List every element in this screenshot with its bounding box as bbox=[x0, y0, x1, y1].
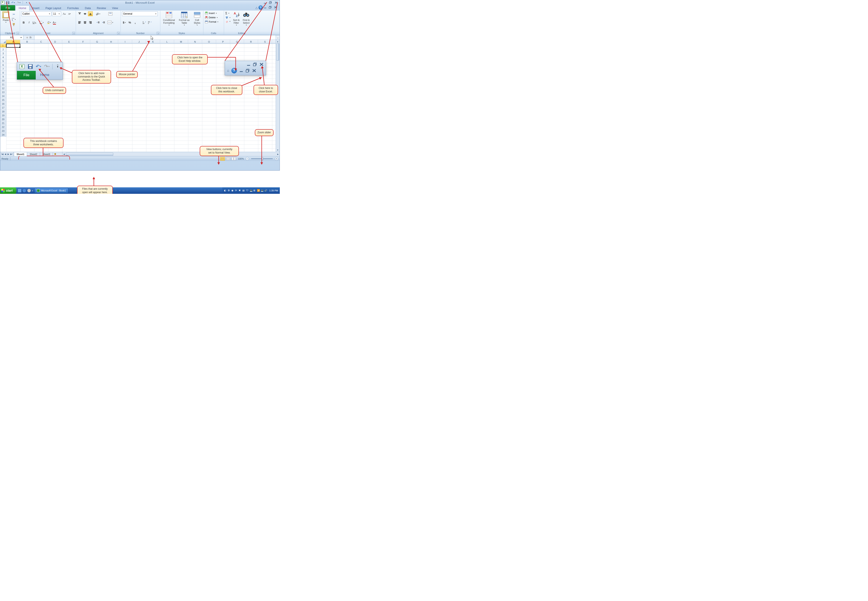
column-header[interactable]: A bbox=[6, 40, 20, 44]
delete-icon bbox=[205, 16, 208, 19]
quicklaunch-item[interactable] bbox=[18, 189, 21, 192]
svg-rect-59 bbox=[166, 16, 172, 17]
increase-decimal-button[interactable]: .0.00 bbox=[142, 20, 146, 25]
fx-icon[interactable]: fx bbox=[29, 36, 31, 39]
delete-cells-button[interactable]: Delete▼ bbox=[205, 16, 219, 19]
column-header[interactable]: B bbox=[20, 40, 34, 44]
row-header[interactable]: 24 bbox=[0, 133, 6, 137]
row-header[interactable]: 13 bbox=[0, 90, 6, 94]
sheet-nav-next-button[interactable]: ▶ bbox=[7, 153, 10, 155]
row-header[interactable]: 5 bbox=[0, 59, 6, 63]
row-header[interactable]: 10 bbox=[0, 79, 6, 82]
name-box[interactable]: A1▼ bbox=[0, 35, 23, 40]
column-header[interactable]: G bbox=[90, 40, 104, 44]
sheet-tab-1[interactable]: Sheet1 bbox=[14, 153, 27, 156]
system-tray[interactable]: ◐⚙◉⟳✖▤🛡💻⊞📶💻🔊 1:39 PM bbox=[222, 187, 280, 194]
format-cells-button[interactable]: Format▼ bbox=[205, 20, 219, 23]
excel-icon bbox=[37, 189, 40, 192]
row-header[interactable]: 7 bbox=[0, 67, 6, 71]
sheet-nav-last-button[interactable]: ▶I bbox=[10, 153, 13, 155]
column-header[interactable]: I bbox=[118, 40, 132, 44]
accounting-format-button[interactable]: $▼ bbox=[122, 20, 127, 25]
row-header[interactable]: 22 bbox=[0, 125, 6, 129]
active-cell[interactable] bbox=[6, 44, 20, 47]
svg-rect-40 bbox=[98, 23, 99, 23]
callout-close-excel: Click here to close Excel. bbox=[254, 85, 278, 95]
taskbar-app-button[interactable]: Microsoft Excel - Book1 bbox=[34, 188, 69, 193]
row-header[interactable]: 18 bbox=[0, 110, 6, 113]
select-all-button[interactable] bbox=[0, 40, 6, 44]
svg-line-112 bbox=[262, 66, 264, 85]
wrap-text-button[interactable] bbox=[107, 11, 114, 16]
quicklaunch-item[interactable] bbox=[27, 189, 31, 192]
quicklaunch-item[interactable] bbox=[22, 189, 26, 192]
column-header[interactable]: P bbox=[216, 40, 230, 44]
svg-rect-57 bbox=[169, 12, 172, 14]
column-header[interactable]: C bbox=[34, 40, 48, 44]
dialog-launcher-icon[interactable]: ↘ bbox=[117, 32, 120, 34]
row-header[interactable]: 20 bbox=[0, 117, 6, 121]
formula-bar: A1▼ ●fx ⌄ bbox=[0, 35, 280, 40]
taskbar-clock[interactable]: 1:39 PM bbox=[268, 189, 278, 192]
svg-rect-67 bbox=[194, 15, 200, 17]
svg-rect-43 bbox=[103, 22, 105, 23]
conditional-formatting-button[interactable]: Conditional Formatting▼ bbox=[162, 11, 176, 27]
number-group-label: Number bbox=[136, 32, 145, 34]
svg-marker-113 bbox=[261, 66, 263, 69]
comma-button[interactable]: , bbox=[133, 20, 137, 25]
row-header[interactable]: 14 bbox=[0, 94, 6, 98]
row-header[interactable]: 3 bbox=[0, 52, 6, 55]
row-header[interactable]: 9 bbox=[0, 75, 6, 79]
svg-marker-51 bbox=[145, 21, 146, 22]
column-header[interactable]: H bbox=[104, 40, 118, 44]
decrease-indent-button[interactable] bbox=[96, 20, 101, 25]
svg-rect-56 bbox=[166, 12, 169, 14]
svg-rect-93 bbox=[29, 65, 32, 66]
dialog-launcher-icon[interactable]: ↘ bbox=[157, 32, 159, 34]
tab-review[interactable]: Review bbox=[94, 6, 109, 11]
row-header[interactable]: 15 bbox=[0, 98, 6, 102]
sheet-nav-first-button[interactable]: I◀ bbox=[1, 153, 4, 155]
row-header[interactable]: 4 bbox=[0, 55, 6, 59]
callout-view-buttons: View buttons; currently set to Normal Vi… bbox=[200, 146, 239, 156]
column-header[interactable]: R bbox=[244, 40, 258, 44]
decrease-decimal-button[interactable]: .00.0 bbox=[147, 20, 152, 25]
row-header[interactable]: 16 bbox=[0, 102, 6, 106]
increase-indent-button[interactable] bbox=[101, 20, 106, 25]
row-header[interactable]: 21 bbox=[0, 121, 6, 125]
cell-styles-button[interactable]: Cell Styles▼ bbox=[193, 11, 201, 27]
expand-formula-bar-button[interactable]: ⌄ bbox=[276, 35, 280, 40]
tab-view[interactable]: View bbox=[109, 6, 121, 11]
column-header[interactable]: O bbox=[202, 40, 216, 44]
row-header[interactable]: 23 bbox=[0, 129, 6, 133]
inset-file-tab: File bbox=[17, 71, 36, 79]
orientation-button[interactable]: ab▼ bbox=[96, 11, 101, 16]
merge-center-button[interactable]: ▼ bbox=[107, 20, 114, 25]
callout-quick-access: Click here to add more commands to the Q… bbox=[72, 70, 111, 84]
column-header[interactable]: F bbox=[76, 40, 90, 44]
format-as-table-button[interactable]: Format as Table▼ bbox=[178, 11, 190, 27]
formula-input[interactable] bbox=[34, 35, 276, 40]
svg-rect-58 bbox=[166, 14, 172, 15]
row-header[interactable]: 19 bbox=[0, 113, 6, 117]
row-header[interactable]: 11 bbox=[0, 82, 6, 86]
row-header[interactable]: 2 bbox=[0, 47, 6, 52]
start-button[interactable]: start bbox=[0, 187, 16, 194]
column-header[interactable]: Q bbox=[230, 40, 244, 44]
callout-mouse-pointer: Mouse pointer bbox=[116, 71, 138, 78]
sheet-nav-prev-button[interactable]: ◀ bbox=[4, 153, 7, 155]
conditional-formatting-icon bbox=[166, 11, 172, 18]
row-header[interactable]: 17 bbox=[0, 106, 6, 110]
callout-worksheets: This workbook contains three worksheets. bbox=[23, 138, 64, 148]
row-header[interactable]: 12 bbox=[0, 86, 6, 90]
number-format-combo[interactable]: General▼ bbox=[122, 11, 158, 16]
column-header[interactable]: E bbox=[62, 40, 76, 44]
svg-rect-38 bbox=[98, 21, 99, 22]
percent-button[interactable]: % bbox=[127, 20, 132, 25]
row-header[interactable]: 1 bbox=[0, 44, 6, 47]
insert-icon bbox=[205, 11, 208, 15]
alignment-group-label: Alignment bbox=[93, 32, 104, 34]
insert-cells-button[interactable]: Insert▼ bbox=[205, 11, 219, 15]
row-header[interactable]: 8 bbox=[0, 71, 6, 75]
row-header[interactable]: 6 bbox=[0, 63, 6, 67]
